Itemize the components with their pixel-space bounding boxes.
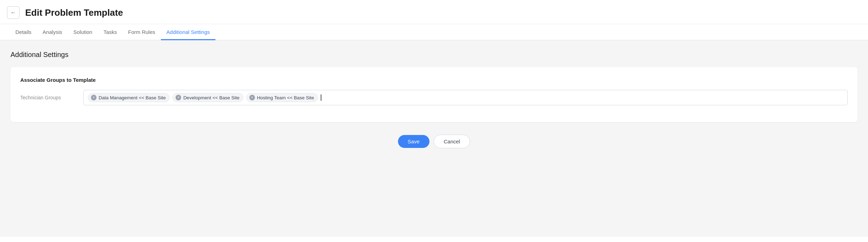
tag-data-management: × Data Management << Base Site <box>88 93 170 102</box>
page-header: ← Edit Problem Template <box>0 0 868 24</box>
technician-groups-input[interactable]: × Data Management << Base Site × Develop… <box>83 90 848 105</box>
tab-additional-settings[interactable]: Additional Settings <box>161 24 215 40</box>
tab-tasks[interactable]: Tasks <box>98 24 122 40</box>
tag-remove-development[interactable]: × <box>176 95 181 100</box>
tag-data-management-label: Data Management << Base Site <box>99 95 166 100</box>
tab-details[interactable]: Details <box>10 24 37 40</box>
back-button[interactable]: ← <box>7 6 20 19</box>
tag-development: × Development << Base Site <box>172 93 243 102</box>
save-button[interactable]: Save <box>398 135 429 148</box>
tag-development-label: Development << Base Site <box>183 95 240 100</box>
page-title: Edit Problem Template <box>25 7 123 18</box>
back-arrow-icon: ← <box>10 10 16 15</box>
technician-groups-row: Technician Groups × Data Management << B… <box>20 90 848 105</box>
settings-card: Associate Groups to Template Technician … <box>10 67 858 122</box>
technician-groups-label: Technician Groups <box>20 95 83 100</box>
cancel-button[interactable]: Cancel <box>434 135 470 148</box>
cursor-indicator <box>321 94 321 101</box>
tab-analysis[interactable]: Analysis <box>37 24 68 40</box>
tag-hosting-team-label: Hosting Team << Base Site <box>257 95 314 100</box>
tag-remove-hosting-team[interactable]: × <box>249 95 255 100</box>
tabs-container: Details Analysis Solution Tasks Form Rul… <box>0 24 868 40</box>
tab-form-rules[interactable]: Form Rules <box>122 24 161 40</box>
tag-hosting-team: × Hosting Team << Base Site <box>246 93 318 102</box>
tab-solution[interactable]: Solution <box>68 24 98 40</box>
action-buttons: Save Cancel <box>10 135 858 148</box>
section-title: Additional Settings <box>10 51 858 59</box>
associate-groups-title: Associate Groups to Template <box>20 77 848 83</box>
main-content: Additional Settings Associate Groups to … <box>0 40 868 237</box>
page-container: ← Edit Problem Template Details Analysis… <box>0 0 868 242</box>
tag-remove-data-management[interactable]: × <box>91 95 97 100</box>
